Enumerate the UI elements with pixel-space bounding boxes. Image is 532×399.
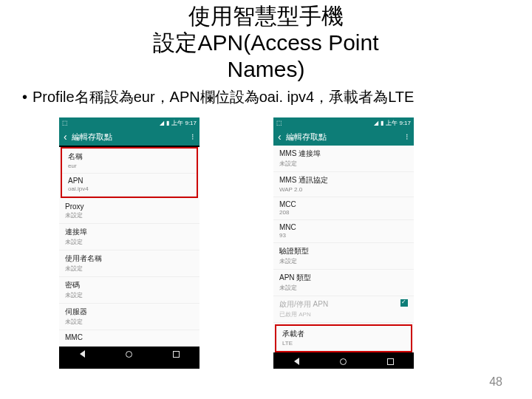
nav-recent-icon[interactable] [387,358,394,365]
more-icon[interactable]: ⁝ [191,132,195,142]
row-username[interactable]: 使用者名稱未設定 [59,250,200,277]
row-name[interactable]: 名稱eur [62,149,197,174]
row-server[interactable]: 伺服器未設定 [59,304,200,330]
row-auth[interactable]: 驗證類型未設定 [273,243,414,270]
row-mms-port[interactable]: MMS 連接埠未設定 [273,146,414,172]
row-mcc[interactable]: MCC208 [273,197,414,220]
nav-back-icon[interactable] [80,350,85,358]
nav-home-icon[interactable] [340,358,347,365]
row-mmc[interactable]: MMC [59,330,200,347]
highlight-box-left: 名稱eur APNoai.ipv4 [61,147,198,198]
row-port[interactable]: 連接埠未設定 [59,224,200,250]
appbar-title: 編輯存取點 [286,132,327,143]
android-navbar [59,347,200,361]
row-apn[interactable]: APNoai.ipv4 [62,174,197,197]
bullet-text: •Profile名稱設為eur，APN欄位設為oai. ipv4，承載者為LTE [0,83,532,107]
highlight-box-right: 承載者LTE [275,324,412,352]
status-left-icon: ⬚ [62,120,68,126]
row-proxy[interactable]: Proxy未設定 [59,200,200,224]
screenshot-left: ⬚ ◢▮上午 9:17 ‹ 編輯存取點 ⁝ 名稱eur APNoai.ipv4 … [59,117,200,369]
row-apn-type[interactable]: APN 類型未設定 [273,270,414,296]
row-enable-apn[interactable]: 啟用/停用 APN已啟用 APN [273,296,414,323]
nav-home-icon[interactable] [126,351,132,358]
back-icon[interactable]: ‹ [278,132,282,142]
row-mms-protocol[interactable]: MMS 通訊協定WAP 2.0 [273,172,414,197]
nav-back-icon[interactable] [294,358,299,365]
app-bar: ‹ 編輯存取點 ⁝ [273,128,414,146]
back-icon[interactable]: ‹ [64,132,67,142]
slide-title: 使用智慧型手機 設定APN(Access Point Names) [0,0,532,83]
app-bar: ‹ 編輯存取點 ⁝ [59,128,200,146]
checkbox-icon[interactable] [400,299,408,307]
page-number: 48 [489,375,502,389]
more-icon[interactable]: ⁝ [406,132,409,142]
appbar-title: 編輯存取點 [72,132,112,143]
status-bar: ⬚ ◢▮上午 9:17 [273,117,414,128]
nav-recent-icon[interactable] [173,351,180,358]
android-navbar [273,354,414,369]
status-bar: ⬚ ◢▮上午 9:17 [59,117,200,128]
row-password[interactable]: 密碼未設定 [59,277,200,304]
row-mnc[interactable]: MNC93 [273,220,414,243]
screenshot-right: ⬚ ◢▮上午 9:17 ‹ 編輯存取點 ⁝ MMS 連接埠未設定 MMS 通訊協… [273,117,414,369]
row-bearer[interactable]: 承載者LTE [276,326,411,351]
status-left-icon: ⬚ [276,120,282,126]
